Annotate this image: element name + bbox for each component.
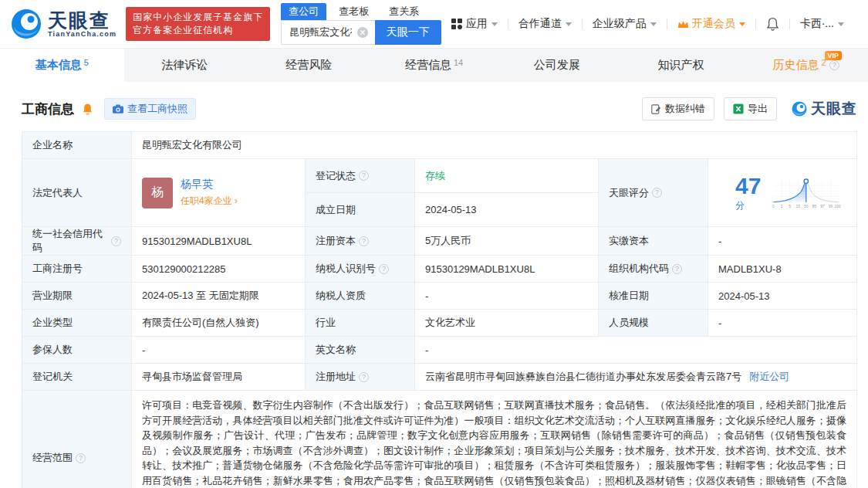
- company-name-value: 昆明甄宏文化有限公司: [132, 132, 857, 159]
- search-tab-relation[interactable]: 查关系: [381, 3, 427, 20]
- reg-status-label: 登记状态: [306, 159, 415, 193]
- score-label: 天眼评分: [599, 159, 708, 227]
- search-tab-company[interactable]: 查公司: [281, 3, 326, 20]
- reg-authority-label: 登记机关: [22, 364, 132, 391]
- reg-address-label: 注册地址: [306, 364, 415, 391]
- help-icon[interactable]: [359, 236, 369, 246]
- clear-search-icon[interactable]: [356, 26, 369, 39]
- legal-rep-name-link[interactable]: 杨早英: [181, 178, 238, 191]
- company-type-label: 企业类型: [22, 310, 132, 337]
- username: 卡西·...: [800, 17, 834, 31]
- apps-grid-icon: [451, 19, 462, 29]
- legal-rep-positions-link[interactable]: 任职4家企业 ›: [181, 195, 238, 208]
- reg-capital-value: 5万人民币: [415, 227, 599, 256]
- user-menu[interactable]: 卡西·...: [790, 17, 854, 31]
- camera-icon: [113, 104, 123, 114]
- top-header: 天眼查 TianYanCha.com 国家中小企业发展子基金旗下 官方备案企业征…: [0, 0, 868, 48]
- legal-rep-avatar[interactable]: 杨: [142, 178, 173, 208]
- search-button[interactable]: 天眼一下: [375, 20, 441, 45]
- business-scope-value: 许可项目：电竞音视频、数字衍生内容制作（不含出版发行）；食品互联网销售；互联网直…: [132, 391, 857, 488]
- tianyancha-logo[interactable]: 天眼查 TianYanCha.com: [9, 7, 117, 41]
- table-row: 经营范围 许可项目：电竞音视频、数字衍生内容制作（不含出版发行）；食品互联网销售…: [22, 391, 857, 488]
- approval-date-label: 核准日期: [599, 283, 708, 310]
- edit-doc-icon: [651, 104, 661, 114]
- nav-vip-label: 开通会员: [692, 17, 735, 31]
- table-row: 营业期限 2024-05-13 至 无固定期限 纳税人资质 - 核准日期 202…: [22, 283, 857, 310]
- help-icon[interactable]: [76, 453, 86, 463]
- svg-text:0: 0: [772, 204, 775, 208]
- tab-operation-risk[interactable]: 经营风险: [248, 49, 372, 82]
- export-button[interactable]: 导出: [724, 97, 777, 120]
- logo-eye-icon: [9, 7, 43, 41]
- english-name-label: 英文名称: [306, 337, 415, 364]
- tab-label: 经营风险: [285, 58, 332, 73]
- business-info-header: 工商信息 查看工商快照 数据纠错 导出: [0, 82, 868, 131]
- reg-address-value: 云南省昆明市寻甸回族彝族自治县仁德街道办事处东发居委会青云路7号 附近公司: [415, 364, 857, 391]
- company-type-value: 有限责任公司(自然人独资): [132, 310, 306, 337]
- data-correction-button[interactable]: 数据纠错: [642, 97, 714, 120]
- tab-label: 公司发展: [534, 58, 580, 73]
- help-icon[interactable]: [672, 264, 682, 274]
- tab-operation-info[interactable]: 经营信息 14: [372, 49, 496, 82]
- nav-apps[interactable]: 应用: [441, 17, 508, 31]
- tab-label: 基本信息: [35, 58, 82, 73]
- tab-basic-info[interactable]: 基本信息 5: [0, 49, 124, 82]
- credit-code-value: 91530129MADLB1XU8L: [132, 227, 306, 256]
- approval-date-value: 2024-05-13: [708, 283, 857, 310]
- company-name-label: 企业名称: [22, 132, 132, 159]
- staff-size-label: 人员规模: [599, 310, 708, 337]
- table-row: 登记机关 寻甸县市场监督管理局 注册地址 云南省昆明市寻甸回族彝族自治县仁德街道…: [22, 364, 857, 391]
- tab-legal-proceedings[interactable]: 法律诉讼: [124, 49, 248, 82]
- section-title: 工商信息: [22, 100, 74, 118]
- table-row: 工商注册号 530129000212285 纳税人识别号 91530129MAD…: [22, 256, 857, 283]
- vip-tag: VIP: [825, 51, 843, 60]
- nav-cooperation[interactable]: 合作通道: [508, 17, 582, 31]
- tab-intellectual-property[interactable]: 知识产权: [620, 49, 745, 82]
- nearby-companies-link[interactable]: 附近公司: [749, 370, 789, 384]
- nav-enterprise-products[interactable]: 企业级产品: [583, 17, 667, 31]
- english-name-value: -: [415, 337, 857, 364]
- svg-text:5: 5: [789, 204, 791, 208]
- industry-label: 行业: [306, 310, 415, 337]
- business-term-label: 营业期限: [22, 283, 132, 310]
- help-icon[interactable]: [652, 188, 662, 198]
- help-icon[interactable]: [111, 236, 121, 246]
- tab-company-development[interactable]: 公司发展: [496, 49, 620, 82]
- excel-export-icon: [733, 103, 744, 114]
- help-icon[interactable]: [359, 372, 369, 382]
- search-tabs: 查公司 查老板 查关系: [281, 3, 441, 20]
- org-code-value: MADLB1XU-8: [708, 256, 857, 283]
- tab-history-info[interactable]: VIP 历史信息 2: [744, 49, 868, 82]
- svg-text:15: 15: [796, 204, 801, 208]
- svg-text:97: 97: [820, 204, 825, 208]
- table-row: 参保人数 - 英文名称 -: [22, 337, 857, 364]
- chevron-down-icon: [491, 22, 498, 26]
- notifications-bell[interactable]: [756, 17, 789, 31]
- view-snapshot-button[interactable]: 查看工商快照: [104, 98, 196, 120]
- company-tab-bar: 基本信息 5 法律诉讼 经营风险 经营信息 14 公司发展 知识产权 VIP 历…: [0, 48, 868, 82]
- score-distribution-chart: 0 1 5 15 50 85 97 99 100: [769, 172, 842, 214]
- paid-capital-value: -: [708, 227, 857, 256]
- table-row: 法定代表人 杨 杨早英 任职4家企业 › 登记状态 存续 天眼评分 47 分: [22, 159, 857, 193]
- address-text: 云南省昆明市寻甸回族彝族自治县仁德街道办事处东发居委会青云路7号: [425, 370, 741, 384]
- score-cell: 47 分: [708, 159, 857, 227]
- search-tab-boss[interactable]: 查老板: [331, 3, 377, 20]
- follow-bell-icon[interactable]: [82, 103, 93, 115]
- logo-eye-icon: [791, 100, 808, 117]
- help-icon[interactable]: [359, 171, 369, 181]
- paid-capital-label: 实缴资本: [599, 227, 708, 256]
- reg-capital-label: 注册资本: [306, 227, 415, 256]
- tianyancha-watermark: 天眼查: [791, 99, 857, 119]
- nav-open-vip[interactable]: 开通会员: [667, 17, 755, 31]
- reg-status-value: 存续: [415, 159, 599, 193]
- chevron-down-icon: [739, 22, 745, 26]
- table-row: 企业类型 有限责任公司(自然人独资) 行业 文化艺术业 人员规模 -: [22, 310, 857, 337]
- business-info-table: 企业名称 昆明甄宏文化有限公司 法定代表人 杨 杨早英 任职4家企业 › 登记状…: [22, 131, 857, 488]
- logo-text: 天眼查 TianYanCha.com: [48, 10, 117, 38]
- svg-text:1: 1: [781, 204, 783, 208]
- help-icon[interactable]: [829, 60, 839, 70]
- reg-authority-value: 寻甸县市场监督管理局: [132, 364, 306, 391]
- taxpayer-id-label: 纳税人识别号: [306, 256, 415, 283]
- business-term-value: 2024-05-13 至 无固定期限: [132, 283, 306, 310]
- help-icon[interactable]: [379, 264, 389, 274]
